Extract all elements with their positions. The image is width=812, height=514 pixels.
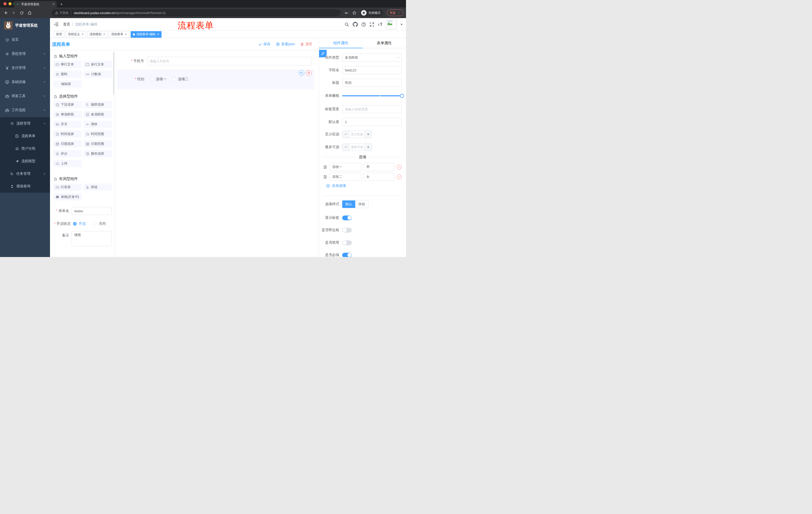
- tag-home[interactable]: 首页: [54, 31, 64, 38]
- tag-process-model[interactable]: 流程模型✕: [87, 31, 108, 38]
- remove-option-button[interactable]: −: [397, 174, 402, 179]
- close-icon[interactable]: ✕: [103, 33, 105, 36]
- clear-button[interactable]: 清空: [300, 42, 312, 47]
- phone-field-row[interactable]: 手机号: [118, 57, 312, 65]
- close-tab-icon[interactable]: ✕: [52, 2, 55, 6]
- component-checkbox-group[interactable]: 多选框组: [84, 111, 112, 118]
- checkbox-icon[interactable]: [172, 77, 176, 81]
- decrease-button[interactable]: −: [343, 131, 349, 138]
- required-toggle[interactable]: [342, 253, 352, 257]
- option-2-label-input[interactable]: [329, 173, 361, 181]
- close-icon[interactable]: ✕: [157, 33, 159, 36]
- font-size-icon[interactable]: TT: [378, 22, 383, 27]
- form-grid-slider[interactable]: [342, 92, 402, 100]
- close-window-button[interactable]: [3, 2, 6, 5]
- search-icon[interactable]: [344, 22, 349, 27]
- github-icon[interactable]: [353, 22, 358, 27]
- sidebar-item-devtools[interactable]: 研发工具: [0, 89, 50, 103]
- component-upload[interactable]: 上传: [54, 160, 82, 167]
- sidebar-item-system[interactable]: 系统管理: [0, 47, 50, 61]
- component-password[interactable]: 密码: [54, 71, 82, 78]
- browser-tab[interactable]: 芋道管理系统 ✕: [14, 1, 57, 7]
- avatar-caret-icon[interactable]: ▼: [400, 23, 403, 26]
- sidebar-item-task-management[interactable]: 任务管理: [0, 167, 50, 180]
- browser-update-button[interactable]: 更新 ⋮: [387, 9, 404, 16]
- tab-form-props[interactable]: 表单属性: [362, 38, 406, 48]
- address-bar[interactable]: 不安全 dashboard.yudao.iocoder.cn/bpm/manag…: [52, 9, 341, 16]
- radio-off-icon[interactable]: [93, 222, 97, 225]
- component-time-picker[interactable]: 时间选择: [54, 131, 82, 138]
- form-remark-textarea[interactable]: 嘿嘿: [71, 231, 112, 246]
- component-select[interactable]: 下拉选择: [54, 101, 82, 108]
- delete-component-button[interactable]: [306, 70, 312, 76]
- default-value-input[interactable]: [342, 118, 402, 126]
- component-multi-line-text[interactable]: 多行文本: [84, 61, 112, 68]
- with-border-toggle[interactable]: [342, 228, 352, 233]
- sidebar-item-process-model[interactable]: 流程模型: [0, 155, 50, 167]
- component-button[interactable]: 按钮: [84, 184, 112, 191]
- increase-button[interactable]: +: [365, 143, 372, 151]
- disabled-toggle[interactable]: [342, 240, 352, 245]
- field-name-input[interactable]: [342, 66, 402, 74]
- option-2-value-input[interactable]: [364, 173, 394, 181]
- component-table-dev[interactable]: 表格[开发中]: [54, 193, 82, 200]
- breadcrumb-home[interactable]: 首页: [63, 22, 70, 27]
- selected-gender-component[interactable]: 性别 选项一 选项二: [117, 70, 315, 89]
- form-name-input[interactable]: [71, 207, 112, 215]
- help-icon[interactable]: [361, 22, 366, 27]
- component-row-container[interactable]: 行容器: [54, 184, 82, 191]
- gender-option-2[interactable]: 选项二: [172, 77, 188, 81]
- browser-menu-icon[interactable]: ⋮: [398, 11, 401, 15]
- bookmark-star-icon[interactable]: [352, 11, 356, 15]
- option-1-label-input[interactable]: [329, 163, 361, 171]
- password-key-icon[interactable]: [344, 11, 349, 15]
- phone-input[interactable]: [147, 57, 312, 65]
- component-counter[interactable]: 123 计数器: [84, 71, 112, 78]
- title-input[interactable]: [342, 79, 402, 87]
- status-on-label[interactable]: 开启: [79, 221, 86, 226]
- component-cascader[interactable]: 级联选择: [84, 101, 112, 108]
- remove-option-button[interactable]: −: [397, 165, 402, 169]
- tag-process-definition[interactable]: 流程定义✕: [65, 31, 86, 38]
- component-date-range[interactable]: 日期范围: [84, 140, 112, 147]
- reload-icon[interactable]: [20, 11, 24, 15]
- component-time-range[interactable]: 时间范围: [84, 131, 112, 138]
- sidebar-item-home[interactable]: 首页: [0, 33, 50, 47]
- sidebar-item-process-form[interactable]: 流程表单: [0, 130, 50, 142]
- copy-component-button[interactable]: [299, 70, 304, 76]
- sidebar-item-process-management[interactable]: 流程管理: [0, 117, 50, 130]
- sidebar-item-infrastructure[interactable]: 基础设施: [0, 75, 50, 89]
- not-secure-badge[interactable]: 不安全: [55, 11, 68, 15]
- scrollbar-thumb[interactable]: [113, 52, 114, 94]
- minimize-window-button[interactable]: [8, 2, 11, 5]
- checkbox-icon[interactable]: [150, 77, 154, 81]
- option-1-value-input[interactable]: [364, 163, 394, 171]
- style-default-button[interactable]: 默认: [342, 200, 355, 208]
- component-rate[interactable]: 评分: [54, 150, 82, 157]
- component-date-picker[interactable]: 日期选择: [54, 140, 82, 147]
- min-select-input[interactable]: [349, 131, 365, 138]
- component-color-picker[interactable]: 颜色选择: [84, 150, 112, 157]
- tag-process-form[interactable]: 流程表单✕: [109, 31, 129, 38]
- status-off-label[interactable]: 关闭: [99, 221, 106, 226]
- view-json-button[interactable]: 查看json: [276, 42, 295, 47]
- hamburger-fold-icon[interactable]: [54, 22, 59, 27]
- component-radio-group[interactable]: 单选框组: [54, 111, 82, 118]
- sidebar-item-workflow[interactable]: 工作流程: [0, 103, 50, 117]
- gender-option-1[interactable]: 选项一: [150, 77, 166, 81]
- avatar[interactable]: [387, 20, 397, 29]
- add-option-button[interactable]: 添加选项: [326, 184, 346, 188]
- style-button-button[interactable]: 按钮: [355, 200, 368, 208]
- new-tab-button[interactable]: +: [60, 2, 63, 6]
- slider-handle[interactable]: [400, 94, 404, 98]
- tag-process-form-edit[interactable]: 流程表单-编辑✕: [130, 31, 162, 38]
- fullscreen-icon[interactable]: [370, 22, 374, 27]
- drag-handle-icon[interactable]: [323, 175, 327, 179]
- tab-component-props[interactable]: 组件属性: [319, 38, 362, 48]
- component-switch[interactable]: 开关: [54, 121, 82, 128]
- close-icon[interactable]: ✕: [81, 33, 84, 36]
- component-slider[interactable]: 滑块: [84, 121, 112, 128]
- save-button[interactable]: 保存: [258, 42, 270, 47]
- component-editor[interactable]: 编辑器: [54, 80, 82, 87]
- sidebar-item-payment[interactable]: 支付管理: [0, 61, 50, 75]
